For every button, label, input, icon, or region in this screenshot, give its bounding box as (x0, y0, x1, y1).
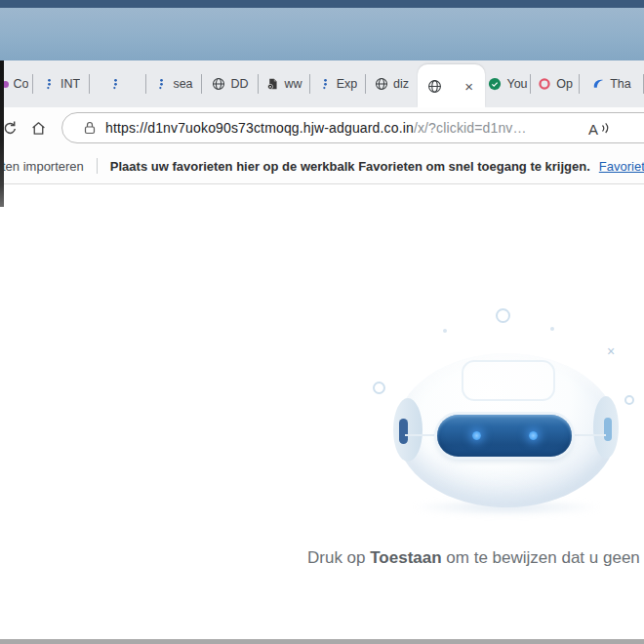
refresh-icon (2, 120, 19, 137)
browser-window: Co INT sea DD ww Exp diz (0, 0, 644, 644)
tab-label: Op (556, 77, 573, 91)
tab-op[interactable]: Op (531, 60, 580, 107)
robot-right-ear-light (604, 418, 612, 441)
tab-tha[interactable]: Tha (580, 60, 644, 107)
tab-int[interactable]: INT (33, 60, 90, 107)
navigation-bar: https://d1nv7uoko90s73ctmoqg.hjw-adguard… (0, 107, 644, 148)
favorites-bar-message: Plaats uw favorieten hier op de werkbalk… (110, 159, 590, 174)
globe-icon (212, 77, 225, 91)
favicon-red-ring-icon (538, 77, 551, 91)
favorites-bar: ten importeren Plaats uw favorieten hier… (0, 148, 644, 184)
robot-left-ear (393, 398, 423, 462)
tab-co[interactable]: Co (0, 60, 33, 107)
document-blocked-icon (266, 77, 279, 91)
screen-top-edge (0, 0, 644, 8)
favicon-green-circle-icon (488, 77, 502, 91)
prompt-toestaan: Toestaan (370, 548, 441, 567)
decor-bubble (624, 395, 634, 405)
home-button[interactable] (30, 115, 47, 141)
decor-sparkle (443, 329, 447, 333)
tab-label: Co (14, 77, 29, 91)
url-path: /x/?clickid=d1nv… (414, 120, 527, 136)
prompt-prefix: Druk op (307, 548, 370, 567)
tab-diz[interactable]: diz (366, 60, 418, 107)
tab-you[interactable]: You (485, 60, 531, 107)
decor-bubble (496, 308, 510, 323)
svg-text:A: A (588, 121, 598, 138)
robot-seam (573, 434, 606, 436)
address-bar[interactable]: https://d1nv7uoko90s73ctmoqg.hjw-adguard… (61, 112, 644, 143)
tab-bar: Co INT sea DD ww Exp diz (0, 60, 644, 107)
decor-bubble (373, 382, 385, 394)
page-content: × Druk op Toestaan om te bewijzen dat u … (0, 185, 644, 639)
tab-label: diz (393, 77, 409, 91)
favicon-dots-blue-icon (319, 77, 332, 91)
robot-illustration (396, 353, 617, 507)
favicon-dots-blue-icon (155, 77, 168, 91)
window-title-bar (0, 8, 644, 60)
url-text[interactable]: https://d1nv7uoko90s73ctmoqg.hjw-adguard… (105, 120, 527, 136)
robot-right-eye (529, 431, 538, 440)
read-aloud-icon: A (587, 120, 613, 138)
tab-label: You (506, 77, 527, 91)
tab-label: sea (173, 77, 192, 91)
robot-visor (437, 415, 572, 457)
refresh-button[interactable] (2, 115, 19, 141)
lock-icon (84, 121, 96, 135)
tab-label: ww (284, 77, 302, 91)
tab-label: Tha (610, 77, 631, 91)
robot-seam (405, 434, 436, 436)
tab-exp[interactable]: Exp (310, 60, 366, 107)
decor-sparkle (550, 327, 554, 331)
window-edge-strip (0, 60, 4, 207)
globe-icon (375, 77, 388, 91)
tab-label: Exp (337, 77, 358, 91)
favicon-dots-blue-icon (43, 77, 56, 91)
favorites-link[interactable]: Favorieten (599, 159, 644, 174)
favorites-bar-divider (97, 158, 98, 174)
prompt-suffix: om te bewijzen dat u geen ro (442, 548, 644, 567)
robot-top-panel (462, 360, 555, 401)
favicon-dots-blue-icon (109, 77, 122, 91)
tab-unnamed[interactable] (90, 60, 146, 107)
tab-label: DD (230, 77, 248, 91)
robot-left-eye (472, 431, 481, 440)
url-host: https://d1nv7uoko90s73ctmoqg.hjw-adguard… (105, 120, 414, 136)
screen-bottom-edge (0, 639, 644, 644)
tab-label: INT (60, 77, 80, 91)
robot-left-ear-light (399, 419, 408, 444)
read-aloud-button[interactable]: A (587, 120, 613, 141)
tab-ww[interactable]: ww (259, 60, 310, 107)
tab-close-button[interactable]: × (463, 79, 475, 94)
allow-prompt-text: Druk op Toestaan om te bewijzen dat u ge… (307, 548, 644, 568)
favicon-blue-swoosh-icon (592, 77, 605, 91)
tab-dd[interactable]: DD (202, 60, 259, 107)
tab-sea[interactable]: sea (146, 60, 202, 107)
import-favorites-button[interactable]: ten importeren (2, 159, 84, 174)
tab-active-adguard-page[interactable]: × (418, 64, 485, 107)
globe-icon (427, 79, 442, 94)
home-icon (30, 120, 47, 137)
